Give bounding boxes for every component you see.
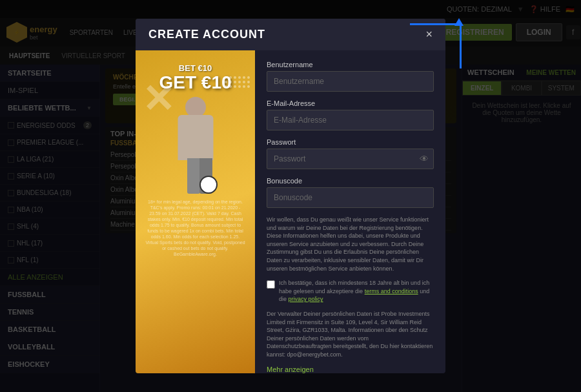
checkbox-text: Ich bestätige, dass ich mindestens 18 Ja… (279, 279, 434, 304)
modal-promo: ✕ BET €10 GET €10 (136, 50, 255, 373)
email-input[interactable] (267, 110, 434, 130)
modal-header: CREATE ACCOUNT × (136, 19, 445, 50)
mehr-anzeigen-link[interactable]: Mehr anzeigen (267, 366, 434, 373)
modal-title: CREATE ACCOUNT (148, 28, 265, 41)
modal-overlay[interactable]: CREATE ACCOUNT × ✕ BET €10 GET €10 (0, 0, 581, 392)
username-input[interactable] (267, 71, 434, 92)
modal-body: ✕ BET €10 GET €10 (136, 50, 445, 373)
bonus-label: Bonuscode (267, 177, 434, 185)
arrow-indicator-vertical (460, 23, 462, 68)
password-group: Passwort 👁 (267, 138, 434, 169)
privacy-link[interactable]: privacy policy (289, 296, 323, 302)
promo-disclaimer: 18+ for min legal age, depending on the … (142, 194, 249, 263)
username-group: Benutzername (267, 61, 434, 92)
player-figure (154, 97, 238, 194)
email-group: E-Mail-Adresse (267, 99, 434, 130)
arrow-head (454, 18, 464, 26)
username-label: Benutzername (267, 61, 434, 68)
email-label: E-Mail-Adresse (267, 99, 434, 107)
modal-form: Benutzername E-Mail-Adresse Passwort 👁 B… (255, 50, 445, 373)
privacy-text: Der Verwalter Deiner persönlichen Daten … (267, 310, 434, 359)
password-wrapper: 👁 (267, 149, 434, 169)
password-input[interactable] (267, 149, 434, 169)
modal: CREATE ACCOUNT × ✕ BET €10 GET €10 (136, 19, 445, 373)
arrow-indicator-horizontal (410, 23, 462, 25)
terms-checkbox-row: Ich bestätige, dass ich mindestens 18 Ja… (267, 279, 434, 304)
password-label: Passwort (267, 138, 434, 146)
bonus-input[interactable] (267, 187, 434, 208)
terms-checkbox[interactable] (267, 280, 275, 289)
info-text: Wir wollen, dass Du genau weißt wie unse… (267, 216, 434, 273)
terms-link[interactable]: terms and conditions (365, 288, 418, 294)
modal-close-button[interactable]: × (425, 28, 433, 41)
dots-pattern (225, 76, 250, 88)
eye-icon[interactable]: 👁 (420, 154, 429, 164)
bonus-group: Bonuscode (267, 177, 434, 208)
